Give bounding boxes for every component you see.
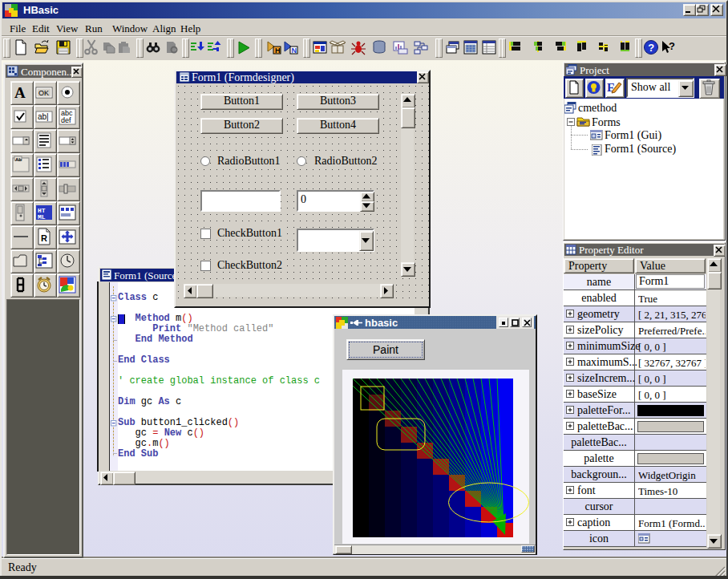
svg-text:N: N [292,47,297,55]
svg-text:?: ? [669,40,675,52]
svg-text:def: def [61,116,71,124]
svg-text:ML: ML [38,213,46,221]
svg-text:Ab: Ab [15,157,22,162]
svg-text:ab|: ab| [38,112,49,121]
svg-text:A: A [14,84,26,101]
svg-text:R: R [41,233,47,243]
svg-text:H: H [275,47,281,55]
svg-text:?: ? [648,42,654,54]
svg-text:OK: OK [38,89,49,97]
